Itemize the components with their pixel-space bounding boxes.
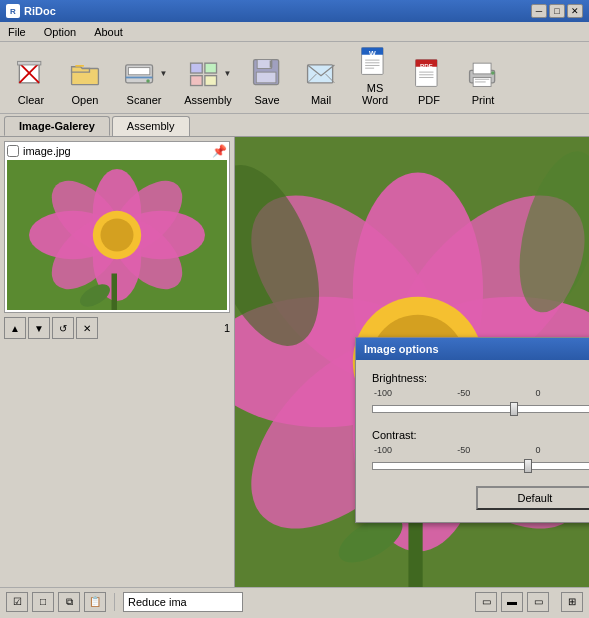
assembly-icon: [185, 54, 223, 92]
status-check-button[interactable]: ☑: [6, 592, 28, 612]
svg-rect-13: [204, 76, 216, 86]
status-view3-button[interactable]: ▭: [527, 592, 549, 612]
tabs-bar: Image-Galerey Assembly: [0, 114, 589, 137]
contrast-tick-mid-left: -50: [457, 445, 470, 455]
msword-label: MS Word: [353, 82, 397, 106]
status-paste-button[interactable]: 📋: [84, 592, 106, 612]
clear-icon: [12, 54, 50, 92]
svg-text:PDF: PDF: [420, 62, 433, 69]
dialog-title: Image options: [364, 343, 439, 355]
gallery-down-button[interactable]: ▼: [28, 317, 50, 339]
brightness-slider-row: ▲ ▼: [372, 399, 589, 419]
close-window-button[interactable]: ✕: [567, 4, 583, 18]
brightness-tick-zero: 0: [535, 388, 540, 398]
save-button[interactable]: Save: [242, 51, 292, 109]
save-icon: [248, 54, 286, 92]
gallery-panel: image.jpg 📌: [0, 137, 235, 587]
svg-rect-7: [128, 68, 149, 75]
print-icon: [464, 54, 502, 92]
status-copy-button[interactable]: ⧉: [58, 592, 80, 612]
gallery-footer: ▲ ▼ ↺ ✕ 1: [4, 317, 230, 339]
scaner-dropdown-arrow[interactable]: ▼: [160, 69, 168, 78]
assembly-button[interactable]: ▼ Assembly: [178, 51, 238, 109]
brightness-tick-mid-left: -50: [457, 388, 470, 398]
contrast-label: Contrast:: [372, 429, 589, 441]
save-label: Save: [254, 94, 279, 106]
print-label: Print: [472, 94, 495, 106]
brightness-label: Brightness:: [372, 372, 589, 384]
svg-rect-15: [257, 60, 271, 69]
clear-label: Clear: [18, 94, 44, 106]
menu-file[interactable]: File: [4, 25, 30, 39]
mail-button[interactable]: Mail: [296, 51, 346, 109]
contrast-section: Contrast: -100 -50 0 50 100: [372, 429, 589, 476]
pdf-button[interactable]: PDF PDF: [404, 51, 454, 109]
image-options-dialog: Image options ✕ Brightness: -100 -50: [355, 337, 589, 523]
contrast-tick-zero: 0: [535, 445, 540, 455]
gallery-up-button[interactable]: ▲: [4, 317, 26, 339]
svg-rect-5: [75, 65, 84, 67]
title-bar: R RiDoc ─ □ ✕: [0, 0, 589, 22]
gallery-filename: image.jpg: [23, 145, 208, 157]
brightness-section: Brightness: -100 -50 0 50 100: [372, 372, 589, 419]
gallery-page-number: 1: [224, 322, 230, 334]
svg-rect-11: [204, 63, 216, 73]
status-grid-button[interactable]: ⊞: [561, 592, 583, 612]
msword-icon: W: [356, 42, 394, 80]
pdf-icon: PDF: [410, 54, 448, 92]
scaner-label: Scaner: [127, 94, 162, 106]
pdf-label: PDF: [418, 94, 440, 106]
window-controls: ─ □ ✕: [531, 4, 583, 18]
status-view2-button[interactable]: ▬: [501, 592, 523, 612]
status-view1-button[interactable]: ▭: [475, 592, 497, 612]
brightness-slider-thumb[interactable]: [510, 402, 518, 416]
svg-text:W: W: [369, 50, 376, 58]
menu-option[interactable]: Option: [40, 25, 80, 39]
toolbar: Clear Open ▼ Scaner: [0, 42, 589, 114]
svg-point-37: [491, 71, 495, 75]
gallery-pin-icon: 📌: [212, 144, 227, 158]
gallery-item: image.jpg 📌: [4, 141, 230, 313]
svg-rect-10: [190, 63, 202, 73]
print-button[interactable]: Print: [458, 51, 508, 109]
contrast-ticks: -100 -50 0 50 100: [372, 445, 589, 455]
app-icon: R: [6, 4, 20, 18]
clear-button[interactable]: Clear: [6, 51, 56, 109]
mail-label: Mail: [311, 94, 331, 106]
open-button[interactable]: Open: [60, 51, 110, 109]
minimize-button[interactable]: ─: [531, 4, 547, 18]
assembly-dropdown-arrow[interactable]: ▼: [224, 69, 232, 78]
gallery-rotate-button[interactable]: ↺: [52, 317, 74, 339]
default-button[interactable]: Default: [476, 486, 589, 510]
brightness-ticks: -100 -50 0 50 100: [372, 388, 589, 398]
scaner-icon: [121, 54, 159, 92]
svg-point-48: [101, 219, 134, 252]
mail-icon: [302, 54, 340, 92]
dialog-body: Brightness: -100 -50 0 50 100: [356, 360, 589, 522]
maximize-button[interactable]: □: [549, 4, 565, 18]
contrast-slider-thumb[interactable]: [524, 459, 532, 473]
gallery-actions: ▲ ▼ ↺ ✕: [4, 317, 98, 339]
svg-rect-12: [190, 76, 202, 86]
gallery-delete-button[interactable]: ✕: [76, 317, 98, 339]
contrast-slider-row: ▲ ▼: [372, 456, 589, 476]
status-bar: ☑ □ ⧉ 📋 Reduce ima ▭ ▬ ▭ ⊞: [0, 587, 589, 615]
dialog-title-bar: Image options ✕: [356, 338, 589, 360]
svg-rect-17: [256, 72, 276, 83]
svg-rect-3: [18, 61, 41, 65]
main-content: image.jpg 📌: [0, 137, 589, 587]
svg-rect-33: [473, 63, 491, 74]
svg-rect-16: [270, 60, 273, 67]
scaner-button[interactable]: ▼ Scaner: [114, 51, 174, 109]
menu-about[interactable]: About: [90, 25, 127, 39]
app-title: RiDoc: [24, 5, 56, 17]
status-divider: [114, 593, 115, 611]
tab-assembly[interactable]: Assembly: [112, 116, 190, 136]
preview-panel: Image options ✕ Brightness: -100 -50: [235, 137, 589, 587]
status-view-button[interactable]: □: [32, 592, 54, 612]
gallery-checkbox[interactable]: [7, 145, 19, 157]
msword-button[interactable]: W MS Word: [350, 39, 400, 109]
brightness-tick-min: -100: [374, 388, 392, 398]
tab-image-gallery[interactable]: Image-Galerey: [4, 116, 110, 136]
contrast-tick-min: -100: [374, 445, 392, 455]
